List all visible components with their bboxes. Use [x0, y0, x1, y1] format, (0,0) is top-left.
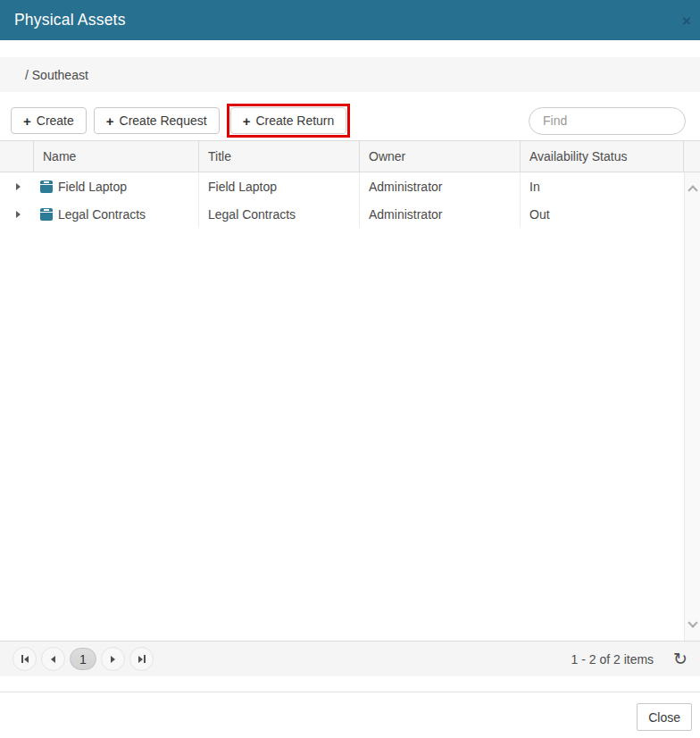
header-availability-status[interactable]: Availability Status	[520, 141, 683, 172]
find-wrap	[529, 107, 686, 135]
first-page-icon	[21, 655, 29, 663]
plus-icon: +	[23, 113, 31, 129]
row-owner-cell: Administrator	[359, 200, 520, 228]
pager-bar: 1 1 - 2 of 2 items ↻	[0, 641, 700, 676]
plus-icon: +	[243, 113, 251, 129]
asset-box-icon	[40, 180, 53, 193]
row-title-cell: Field Laptop	[198, 172, 359, 200]
page-1-button[interactable]: 1	[70, 648, 96, 670]
row-expand-cell	[0, 172, 33, 200]
assets-grid: Name Title Owner Availability Status Fie…	[0, 140, 700, 641]
dialog-title: Physical Assets	[14, 11, 126, 29]
close-icon[interactable]: ×	[677, 9, 696, 31]
row-availability-cell: Out	[520, 200, 683, 228]
refresh-icon[interactable]: ↻	[673, 650, 688, 667]
close-button[interactable]: Close	[637, 703, 692, 731]
next-page-icon	[111, 656, 115, 663]
breadcrumb[interactable]: / Southeast	[25, 68, 88, 82]
first-page-button[interactable]	[12, 647, 37, 671]
table-row[interactable]: Field Laptop Field Laptop Administrator …	[0, 172, 700, 200]
create-button[interactable]: + Create	[11, 107, 87, 134]
next-page-button[interactable]	[101, 647, 125, 671]
asset-name: Legal Contracts	[58, 207, 146, 222]
create-request-button-label: Create Request	[120, 113, 207, 128]
vertical-scrollbar[interactable]	[684, 172, 700, 641]
row-owner-cell: Administrator	[359, 172, 520, 200]
row-title-cell: Legal Contracts	[198, 200, 359, 228]
header-filler	[683, 141, 700, 172]
last-page-icon	[138, 655, 146, 663]
expand-arrow-icon[interactable]	[16, 183, 21, 190]
row-name-cell: Field Laptop	[33, 172, 198, 200]
scroll-down-icon[interactable]	[688, 617, 697, 627]
physical-assets-dialog: Physical Assets × / Southeast + Create +…	[0, 0, 700, 738]
table-row[interactable]: Legal Contracts Legal Contracts Administ…	[0, 200, 700, 228]
create-return-highlight-box: + Create Return	[227, 104, 351, 138]
create-return-button[interactable]: + Create Return	[230, 107, 347, 134]
asset-name: Field Laptop	[58, 180, 127, 194]
header-name[interactable]: Name	[33, 141, 198, 172]
previous-page-button[interactable]	[41, 647, 65, 671]
footer-divider	[0, 692, 700, 692]
header-owner[interactable]: Owner	[359, 141, 520, 172]
find-input[interactable]	[529, 107, 686, 135]
grid-header-row: Name Title Owner Availability Status	[0, 141, 700, 172]
asset-box-icon	[40, 208, 53, 221]
dialog-titlebar: Physical Assets ×	[0, 0, 700, 40]
row-availability-cell: In	[520, 172, 683, 200]
create-request-button[interactable]: + Create Request	[94, 107, 220, 134]
toolbar: + Create + Create Request + Create Retur…	[0, 105, 700, 137]
row-expand-cell	[0, 200, 33, 228]
grid-body: Field Laptop Field Laptop Administrator …	[0, 172, 700, 641]
expand-arrow-icon[interactable]	[16, 211, 21, 218]
last-page-button[interactable]	[129, 647, 154, 671]
breadcrumb-bar: / Southeast	[0, 57, 700, 92]
pager-right: 1 - 2 of 2 items ↻	[571, 650, 688, 667]
plus-icon: +	[106, 113, 114, 129]
header-title[interactable]: Title	[198, 141, 359, 172]
create-button-label: Create	[37, 113, 74, 128]
pager-summary: 1 - 2 of 2 items	[571, 652, 654, 667]
previous-page-icon	[51, 656, 55, 663]
scroll-up-icon[interactable]	[688, 185, 697, 195]
header-expand-column	[0, 141, 33, 172]
row-name-cell: Legal Contracts	[33, 200, 198, 228]
create-return-button-label: Create Return	[255, 113, 334, 128]
